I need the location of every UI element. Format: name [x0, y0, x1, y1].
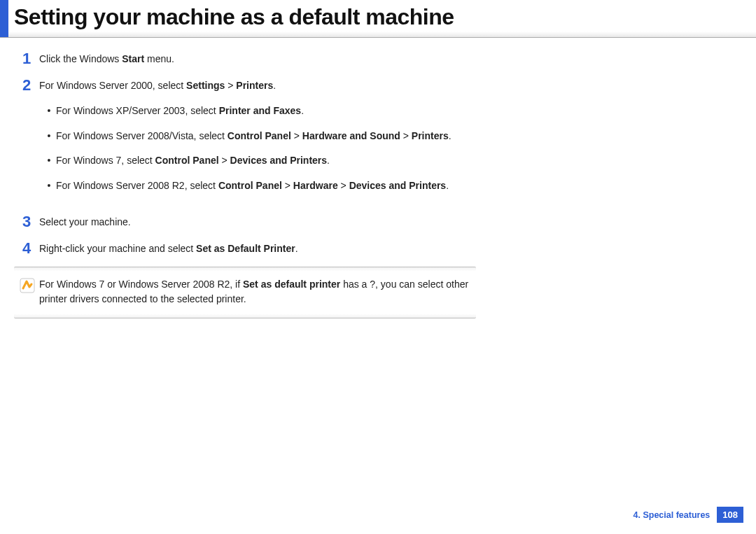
text-part: For Windows 7 or Windows Server 2008 R2,…	[39, 279, 243, 290]
bullet: •	[39, 129, 56, 144]
text-part: .	[301, 105, 304, 116]
note-box: For Windows 7 or Windows Server 2008 R2,…	[14, 267, 476, 318]
text-part: >	[225, 80, 236, 91]
text-part: For Windows XP/Server 2003, select	[56, 105, 219, 116]
text-bold: Control Panel	[155, 155, 219, 166]
page-title: Setting your machine as a default machin…	[8, 0, 454, 37]
page-header: Setting your machine as a default machin…	[0, 0, 756, 38]
step-4: 4 Right-click your machine and select Se…	[14, 240, 470, 257]
sub-list: • For Windows XP/Server 2003, select Pri…	[39, 104, 451, 194]
text-bold: Printers	[236, 80, 273, 91]
text-part: >	[219, 155, 230, 166]
note-icon	[20, 277, 39, 307]
text-part: >	[400, 130, 412, 141]
step-text: Right-click your machine and select Set …	[39, 240, 298, 257]
text-part: >	[282, 180, 293, 191]
sub-text: For Windows Server 2008 R2, select Contr…	[56, 178, 451, 194]
text-part: For Windows Server 2000, select	[39, 80, 186, 91]
text-part: For Windows Server 2008/Vista, select	[56, 130, 227, 141]
step-number: 4	[14, 240, 39, 257]
header-accent-bar	[0, 0, 8, 37]
step-number: 3	[14, 213, 39, 230]
text-part: .	[295, 243, 298, 254]
sub-text: For Windows Server 2008/Vista, select Co…	[56, 129, 451, 144]
step-3: 3 Select your machine.	[14, 213, 470, 230]
text-bold: Devices and Printers	[230, 155, 328, 166]
text-part: .	[446, 180, 449, 191]
bullet: •	[39, 178, 56, 194]
footer-section-label: 4. Special features	[634, 510, 710, 520]
footer-page-number: 108	[717, 507, 743, 523]
text-part: .	[273, 80, 276, 91]
text-bold: Devices and Printers	[349, 180, 447, 191]
sub-item: • For Windows XP/Server 2003, select Pri…	[39, 104, 451, 119]
text-part: menu.	[144, 53, 174, 64]
text-bold: Hardware	[293, 180, 338, 191]
content-area: 1 Click the Windows Start menu. 2 For Wi…	[0, 38, 483, 257]
text-bold: Control Panel	[227, 130, 291, 141]
page-footer: 4. Special features 108	[634, 507, 743, 523]
bullet: •	[39, 153, 56, 169]
step-1: 1 Click the Windows Start menu.	[14, 50, 470, 67]
sub-item: • For Windows Server 2008/Vista, select …	[39, 129, 451, 144]
bullet: •	[39, 104, 56, 119]
sub-text: For Windows 7, select Control Panel > De…	[56, 153, 451, 169]
text-part: Right-click your machine and select	[39, 243, 196, 254]
text-part: For Windows 7, select	[56, 155, 155, 166]
text-part: >	[291, 130, 302, 141]
text-part: .	[449, 130, 451, 141]
text-bold: Control Panel	[218, 180, 282, 191]
text-bold: Set as Default Printer	[196, 243, 295, 254]
text-part: .	[327, 155, 330, 166]
sub-text: For Windows XP/Server 2003, select Print…	[56, 104, 451, 119]
step-number: 1	[14, 50, 39, 67]
step-text: For Windows Server 2000, select Settings…	[39, 77, 451, 203]
step-text: Select your machine.	[39, 213, 131, 230]
text-bold: Settings	[186, 80, 225, 91]
text-part: >	[338, 180, 349, 191]
step-text: Click the Windows Start menu.	[39, 50, 174, 67]
step-2: 2 For Windows Server 2000, select Settin…	[14, 77, 470, 203]
sub-item: • For Windows Server 2008 R2, select Con…	[39, 178, 451, 194]
text-bold: Printers	[412, 130, 449, 141]
note-text: For Windows 7 or Windows Server 2008 R2,…	[39, 277, 470, 307]
text-bold: Set as default printer	[243, 279, 340, 290]
sub-item: • For Windows 7, select Control Panel > …	[39, 153, 451, 169]
step-number: 2	[14, 77, 39, 203]
text-part: Click the Windows	[39, 53, 122, 64]
text-part: For Windows Server 2008 R2, select	[56, 180, 218, 191]
text-bold: Hardware and Sound	[302, 130, 400, 141]
text-bold: Printer and Faxes	[219, 105, 302, 116]
text-bold: Start	[122, 53, 144, 64]
